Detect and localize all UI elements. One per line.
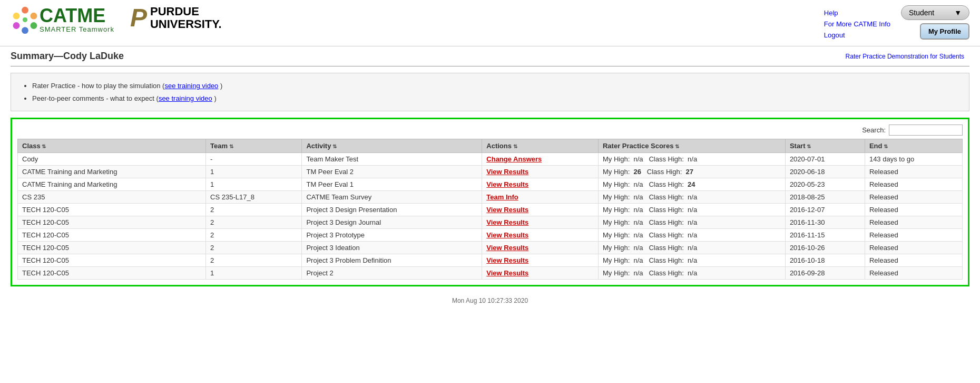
more-info-link[interactable]: For More CATME Info — [824, 19, 890, 30]
action-link[interactable]: View Results — [486, 256, 528, 264]
svg-point-2 — [31, 22, 37, 29]
cell-end: Released — [865, 267, 962, 280]
cell-start: 2016-11-15 — [785, 229, 865, 242]
cell-action[interactable]: View Results — [482, 216, 599, 229]
cell-end: Released — [865, 229, 962, 242]
purdue-p-letter: P — [130, 5, 147, 31]
purdue-logo-area: P PURDUE UNIVERSITY. — [130, 5, 222, 31]
cell-end: Released — [865, 204, 962, 216]
nav-links: Help For More CATME Info Logout — [824, 8, 890, 41]
table-row: TECH 120-C05 2 Project 3 Design Presenta… — [18, 204, 963, 216]
catme-smarter: SMARTER Teamwork — [40, 25, 114, 33]
col-activity[interactable]: Activity — [302, 139, 482, 153]
svg-point-5 — [13, 13, 20, 20]
header-divider — [11, 66, 969, 66]
cell-scores: My High: n/a Class High: n/a — [598, 267, 785, 280]
cell-class: TECH 120-C05 — [18, 229, 206, 242]
cell-scores: My High: n/a Class High: n/a — [598, 204, 785, 216]
cell-action[interactable]: View Results — [482, 229, 599, 242]
cell-team: 2 — [206, 242, 302, 254]
cell-end: Released — [865, 178, 962, 191]
col-scores[interactable]: Rater Practice Scores — [598, 139, 785, 153]
cell-team: 2 — [206, 216, 302, 229]
cell-team: CS 235-L17_8 — [206, 191, 302, 204]
action-link[interactable]: View Results — [486, 180, 528, 188]
cell-team: 1 — [206, 166, 302, 178]
cell-start: 2020-07-01 — [785, 153, 865, 166]
action-link[interactable]: View Results — [486, 231, 528, 239]
student-dropdown[interactable]: Student ▼ — [901, 5, 969, 20]
col-start[interactable]: Start — [785, 139, 865, 153]
catme-logo-area: CATME SMARTER Teamwork — [11, 5, 114, 34]
info-list: Rater Practice - how to play the simulat… — [32, 80, 958, 104]
page-title: Summary—Cody LaDuke — [11, 51, 124, 62]
col-class[interactable]: Class — [18, 139, 206, 153]
action-link[interactable]: Team Info — [486, 193, 518, 201]
cell-team: 1 — [206, 178, 302, 191]
search-input[interactable] — [889, 125, 963, 136]
cell-action[interactable]: View Results — [482, 267, 599, 280]
table-row: TECH 120-C05 2 Project 3 Design Journal … — [18, 216, 963, 229]
table-row: CATME Training and Marketing 1 TM Peer E… — [18, 166, 963, 178]
cell-action[interactable]: View Results — [482, 178, 599, 191]
rater-demo-link[interactable]: Rater Practice Demonstration for Student… — [846, 53, 964, 60]
cell-activity: Project 3 Design Journal — [302, 216, 482, 229]
cell-scores: My High: n/a Class High: n/a — [598, 216, 785, 229]
cell-class: TECH 120-C05 — [18, 267, 206, 280]
info-item-2: Peer-to-peer comments - what to expect (… — [32, 92, 958, 104]
cell-action[interactable]: View Results — [482, 204, 599, 216]
info-text-1: Rater Practice - how to play the simulat… — [32, 82, 164, 90]
cell-action[interactable]: Change Answers — [482, 153, 599, 166]
cell-scores: My High: n/a Class High: n/a — [598, 153, 785, 166]
cell-start: 2020-06-18 — [785, 166, 865, 178]
cell-start: 2016-10-26 — [785, 242, 865, 254]
cell-team: 2 — [206, 254, 302, 267]
cell-scores: My High: 26 Class High: 27 — [598, 166, 785, 178]
cell-activity: Project 3 Problem Definition — [302, 254, 482, 267]
table-row: Cody - Team Maker Test Change Answers My… — [18, 153, 963, 166]
col-team[interactable]: Team — [206, 139, 302, 153]
training-video-link-2[interactable]: see training video — [159, 94, 212, 102]
cell-end: Released — [865, 166, 962, 178]
table-row: TECH 120-C05 2 Project 3 Prototype View … — [18, 229, 963, 242]
action-link[interactable]: View Results — [486, 269, 528, 277]
sub-header: Summary—Cody LaDuke Rater Practice Demon… — [0, 46, 980, 66]
training-video-link-1[interactable]: see training video — [164, 82, 218, 90]
action-link[interactable]: View Results — [486, 218, 528, 226]
action-link[interactable]: View Results — [486, 244, 528, 252]
cell-start: 2016-09-28 — [785, 267, 865, 280]
cell-action[interactable]: View Results — [482, 242, 599, 254]
cell-class: CS 235 — [18, 191, 206, 204]
col-end[interactable]: End — [865, 139, 962, 153]
cell-action[interactable]: Team Info — [482, 191, 599, 204]
my-profile-button[interactable]: My Profile — [920, 23, 969, 40]
action-link[interactable]: View Results — [486, 168, 528, 176]
cell-activity: Project 3 Ideation — [302, 242, 482, 254]
svg-point-4 — [13, 22, 20, 29]
cell-activity: TM Peer Eval 1 — [302, 178, 482, 191]
cell-team: 2 — [206, 229, 302, 242]
logout-link[interactable]: Logout — [824, 30, 845, 41]
help-link[interactable]: Help — [824, 8, 838, 19]
svg-point-0 — [22, 7, 28, 14]
cell-end: Released — [865, 191, 962, 204]
action-link[interactable]: View Results — [486, 206, 528, 214]
purdue-name: PURDUE UNIVERSITY. — [150, 5, 222, 31]
table-row: TECH 120-C05 2 Project 3 Ideation View R… — [18, 242, 963, 254]
cell-start: 2020-05-23 — [785, 178, 865, 191]
student-dropdown-label: Student — [909, 8, 934, 17]
cell-class: TECH 120-C05 — [18, 254, 206, 267]
purdue-line2: UNIVERSITY. — [150, 18, 222, 31]
info-box: Rater Practice - how to play the simulat… — [11, 73, 969, 111]
action-link[interactable]: Change Answers — [486, 155, 542, 163]
svg-point-3 — [22, 27, 28, 34]
cell-action[interactable]: View Results — [482, 254, 599, 267]
col-actions[interactable]: Actions — [482, 139, 599, 153]
cell-class: CATME Training and Marketing — [18, 166, 206, 178]
cell-activity: Project 2 — [302, 267, 482, 280]
cell-start: 2016-11-30 — [785, 216, 865, 229]
cell-activity: CATME Team Survey — [302, 191, 482, 204]
cell-action[interactable]: View Results — [482, 166, 599, 178]
cell-start: 2016-10-18 — [785, 254, 865, 267]
dropdown-arrow-icon: ▼ — [954, 8, 962, 17]
